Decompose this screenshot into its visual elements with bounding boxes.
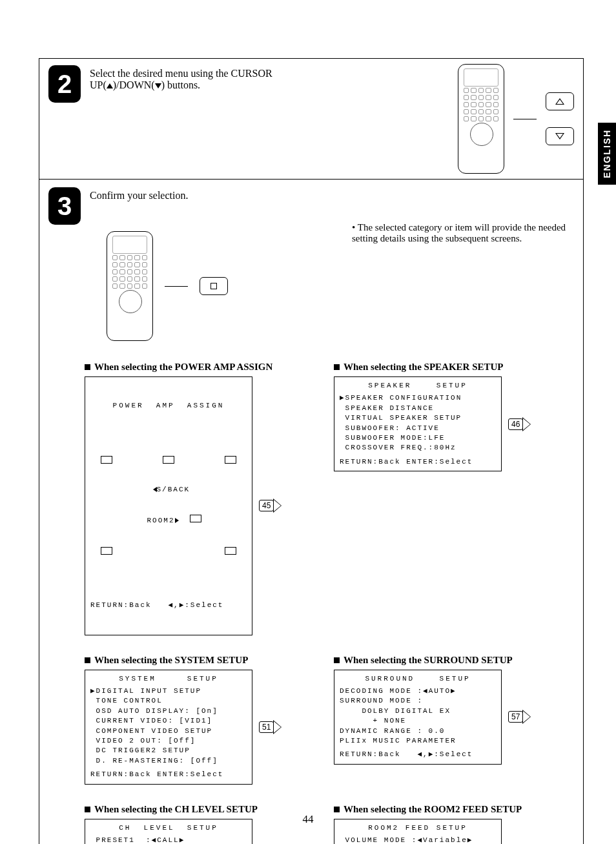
osd-line: PRESET1 :◀CALL▶: [90, 836, 247, 844]
osd-line: OSD AUTO DISPLAY: [On]: [90, 706, 247, 716]
step2-text-c: )/DOWN(: [113, 79, 155, 90]
osd-title: POWER AMP ASSIGN: [90, 401, 247, 411]
osd-line: SUBWOOFER MODE:LFE: [340, 433, 496, 443]
osd-line: D. RE-MASTERING: [Off]: [90, 756, 247, 766]
page-number: 44: [0, 813, 616, 826]
power-amp-osd: POWER AMP ASSIGN S/BACK ROOM2 RETURN:Bac…: [85, 376, 252, 635]
osd-line: VIRTUAL SPEAKER SETUP: [340, 413, 496, 423]
pa-line2: ROOM2: [147, 517, 174, 524]
osd-title: SYSTEM SETUP: [90, 674, 247, 684]
osd-line: VIDEO 2 OUT: [Off]: [90, 736, 247, 746]
osd-line: TONE CONTROL: [90, 696, 247, 706]
page-ref-num: 57: [508, 711, 523, 723]
page-ref-num: 46: [508, 418, 523, 430]
system-setup-heading: When selecting the SYSTEM SETUP: [85, 655, 314, 666]
osd-line: CROSSOVER FREQ.:80Hz: [340, 443, 496, 453]
step2-text-b: UP(: [90, 79, 107, 90]
step3-note: • The selected category or item will pro…: [352, 186, 574, 341]
osd-footer: RETURN:Back ◀,▶:Select: [90, 601, 247, 610]
step2-remote-block: [458, 64, 574, 174]
square-bullet-icon: [85, 657, 90, 663]
main-content-box: 2 Select the desired menu using the CURS…: [39, 58, 584, 844]
cursor-up-button: [546, 92, 574, 110]
page-ref-45: 45: [259, 499, 282, 513]
osd-line: SUBWOOFER: ACTIVE: [340, 424, 496, 433]
osd-footer: RETURN:Back ENTER:Select: [90, 770, 247, 779]
osd-footer: RETURN:Back ENTER:Select: [340, 457, 496, 467]
power-amp-head-text: When selecting the POWER AMP ASSIGN: [94, 362, 272, 373]
cursor-down-button: [546, 127, 574, 145]
page-ref-57: 57: [508, 710, 531, 724]
speaker-head-text: When selecting the SPEAKER SETUP: [344, 362, 504, 373]
osd-line: DC TRIGGER2 SETUP: [90, 746, 247, 756]
page-ref-num: 45: [259, 500, 274, 511]
speaker-setup-heading: When selecting the SPEAKER SETUP: [334, 362, 564, 373]
step-3-badge: 3: [48, 187, 81, 225]
step-3-row: 3 Confirm your selection. • The selected…: [39, 180, 583, 350]
surround-head-text: When selecting the SURROUND SETUP: [344, 655, 513, 666]
square-bullet-icon: [334, 657, 340, 663]
step-2-badge: 2: [48, 65, 81, 103]
osd-line: SPEAKER DISTANCE: [340, 404, 496, 413]
square-bullet-icon: [85, 364, 90, 370]
osd-line: DECODING MODE :◀AUTO▶: [340, 686, 496, 696]
osd-line: VOLUME MODE :◀Variable▶: [340, 836, 496, 844]
callout-line-icon: [165, 286, 188, 287]
triangle-down-icon: [155, 83, 161, 88]
osd-footer: RETURN:Back ◀,▶:Select: [340, 750, 496, 759]
page-ref-num: 51: [259, 721, 274, 733]
osd-line: COMPONENT VIDEO SETUP: [90, 726, 247, 736]
surround-setup-heading: When selecting the SURROUND SETUP: [334, 655, 564, 666]
system-osd: SYSTEM SETUP▶DIGITAL INPUT SETUP TONE CO…: [85, 670, 252, 785]
speaker-osd: SPEAKER SETUP▶SPEAKER CONFIGURATION SPEA…: [334, 376, 502, 471]
enter-button: [200, 277, 228, 295]
osd-line: PLIIx MUSIC PARAMETER: [340, 736, 496, 746]
step2-text-a: Select the desired menu using the CURSOR: [90, 68, 272, 79]
osd-title: SPEAKER SETUP: [340, 381, 496, 391]
osd-line: ▶SPEAKER CONFIGURATION: [340, 393, 496, 403]
osd-line: + NONE: [340, 716, 496, 726]
surround-osd: SURROUND SETUPDECODING MODE :◀AUTO▶SURRO…: [334, 670, 502, 765]
step-2-text: Select the desired menu using the CURSOR…: [90, 64, 449, 91]
step-2-row: 2 Select the desired menu using the CURS…: [39, 59, 583, 179]
pa-line1: S/BACK: [157, 486, 190, 493]
osd-line: SURROUND MODE :: [340, 696, 496, 706]
step2-text-d: ) buttons.: [161, 79, 200, 90]
remote-control-icon: [458, 64, 504, 174]
page-ref-46: 46: [508, 417, 531, 431]
square-bullet-icon: [85, 807, 90, 812]
triangle-up-icon: [107, 83, 113, 88]
osd-line: CURRENT VIDEO: [VID1]: [90, 716, 247, 726]
callout-line-icon: [513, 119, 537, 119]
square-bullet-icon: [334, 364, 340, 370]
osd-line: ▶DIGITAL INPUT SETUP: [90, 686, 247, 696]
osd-line: DYNAMIC RANGE : 0.0: [340, 726, 496, 736]
power-amp-heading: When selecting the POWER AMP ASSIGN: [85, 362, 314, 373]
remote-control-icon: [107, 231, 153, 341]
step-3-text: Confirm your selection.: [90, 186, 326, 201]
square-bullet-icon: [334, 807, 340, 812]
system-head-text: When selecting the SYSTEM SETUP: [94, 655, 248, 666]
osd-title: SURROUND SETUP: [340, 674, 496, 684]
osd-line: DOLBY DIGITAL EX: [340, 706, 496, 716]
page-ref-51: 51: [259, 720, 282, 734]
